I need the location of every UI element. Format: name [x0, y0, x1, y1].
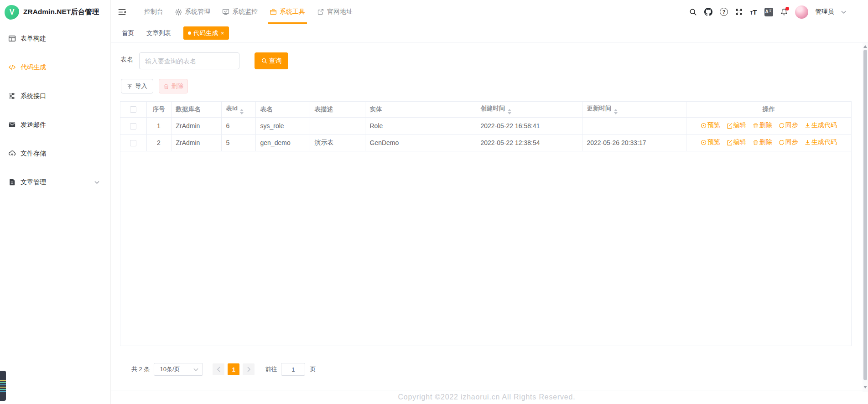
chevron-down-icon: [193, 368, 198, 371]
tabbar: 首页 文章列表 代码生成 ×: [111, 24, 868, 42]
sidebar-item-article-mgmt[interactable]: 文章管理: [0, 168, 110, 197]
generate-code-link[interactable]: 生成代码: [805, 138, 837, 146]
footer: Copyright ©2022 izhaorui.cn All Rights R…: [111, 390, 863, 404]
sidebar-collapse-icon[interactable]: [118, 8, 126, 16]
preview-link[interactable]: 预览: [701, 138, 720, 146]
pagination: 共 2 条 10条/页 1 前往 页: [120, 363, 316, 376]
sidebar-item-file-storage[interactable]: 文件存储: [0, 139, 110, 168]
tab-article-list[interactable]: 文章列表: [146, 29, 171, 37]
delete-link[interactable]: 删除: [753, 121, 772, 129]
table-name-input[interactable]: [139, 52, 239, 69]
action-label: 生成代码: [811, 138, 837, 146]
sliders-icon: [8, 92, 16, 100]
data-table: 序号 数据库名 表id 表名 表描述 实体 创建时间 更新时间 操作 1 ZrA…: [120, 101, 852, 346]
translate-icon[interactable]: A文: [764, 8, 773, 16]
col-entity: 实体: [365, 102, 476, 117]
goto-label: 前往: [265, 365, 277, 373]
user-name[interactable]: 管理员: [816, 8, 834, 16]
scrollbar-thumb[interactable]: [863, 50, 867, 380]
top-header: 控制台 系统管理 系统监控 系统工具 官网地址: [111, 0, 868, 24]
nav-item-official-site[interactable]: 官网地址: [311, 0, 359, 24]
vertical-scrollbar[interactable]: [863, 43, 868, 392]
nav-item-system-mgmt[interactable]: 系统管理: [169, 0, 216, 24]
cell-updated: [582, 117, 686, 134]
sync-link[interactable]: 同步: [779, 138, 798, 146]
header-actions: ? TT A文 管理员: [689, 5, 868, 19]
app-logo-row[interactable]: V ZRAdmin.NET后台管理: [0, 0, 110, 24]
nav-item-label: 控制台: [144, 8, 163, 16]
goto-page-input[interactable]: [281, 363, 305, 376]
prev-page-button[interactable]: [213, 363, 224, 375]
col-desc: 表描述: [310, 102, 365, 117]
import-button-label: 导入: [135, 82, 147, 90]
table-row: 1 ZrAdmin 6 sys_role Role 2022-05-22 16:…: [120, 117, 851, 134]
tab-close-icon[interactable]: ×: [221, 30, 224, 36]
sidebar-item-system-api[interactable]: 系统接口: [0, 82, 110, 110]
cell-desc: [310, 117, 365, 134]
generate-code-link[interactable]: 生成代码: [805, 121, 837, 129]
search-icon[interactable]: [689, 8, 697, 16]
row-checkbox[interactable]: [130, 140, 136, 146]
cell-created: 2022-05-22 12:38:54: [476, 134, 582, 151]
sidebar-item-label: 文章管理: [21, 178, 46, 186]
edit-link[interactable]: 编辑: [727, 121, 746, 129]
user-chevron-down-icon[interactable]: [841, 10, 846, 14]
tab-code-gen[interactable]: 代码生成 ×: [183, 26, 229, 40]
view-icon: [701, 123, 707, 129]
sidebar-item-send-mail[interactable]: 发送邮件: [0, 110, 110, 139]
help-icon[interactable]: ?: [720, 8, 728, 16]
search-icon: [261, 58, 267, 64]
help-glyph: ?: [722, 9, 726, 15]
sidebar-item-form-builder[interactable]: 表单构建: [0, 24, 110, 53]
sync-icon: [779, 140, 785, 145]
row-checkbox[interactable]: [130, 123, 136, 129]
trash-icon: [163, 83, 169, 89]
font-size-icon[interactable]: TT: [750, 9, 757, 16]
import-button[interactable]: 导入: [121, 79, 153, 93]
view-icon: [701, 140, 707, 145]
monitor-icon: [222, 8, 229, 16]
cell-db: ZrAdmin: [171, 117, 221, 134]
edit-icon: [727, 123, 733, 129]
avatar[interactable]: [795, 5, 808, 19]
query-button[interactable]: 查询: [255, 52, 288, 69]
sort-carets-icon[interactable]: [240, 109, 244, 114]
fullscreen-icon[interactable]: [735, 8, 743, 16]
bell-icon[interactable]: [780, 8, 788, 16]
page-size-select[interactable]: 10条/页: [154, 363, 203, 376]
scroll-up-arrow[interactable]: [863, 45, 867, 48]
sync-link[interactable]: 同步: [779, 121, 798, 129]
nav-item-console[interactable]: 控制台: [138, 0, 169, 24]
code-snippet-widget[interactable]: [0, 371, 6, 401]
sort-carets-icon[interactable]: [508, 109, 511, 114]
tab-label: 文章列表: [146, 29, 171, 37]
action-label: 同步: [785, 121, 798, 129]
select-all-cell: [120, 102, 146, 117]
col-updated[interactable]: 更新时间: [582, 102, 686, 117]
delete-button[interactable]: 删除: [159, 79, 188, 93]
translate-glyph: A: [765, 10, 768, 14]
col-label: 创建时间: [481, 105, 505, 112]
preview-link[interactable]: 预览: [701, 121, 720, 129]
select-all-checkbox[interactable]: [130, 106, 136, 113]
font-size-large-glyph: T: [753, 9, 757, 16]
scroll-down-arrow[interactable]: [863, 386, 867, 388]
delete-link[interactable]: 删除: [753, 138, 772, 146]
sort-carets-icon[interactable]: [614, 109, 618, 114]
download-icon: [805, 140, 811, 145]
nav-item-system-monitor[interactable]: 系统监控: [216, 0, 264, 24]
sidebar-item-code-gen[interactable]: 代码生成: [0, 53, 110, 82]
github-icon[interactable]: [704, 8, 712, 16]
delete-button-label: 删除: [172, 82, 184, 90]
col-created[interactable]: 创建时间: [476, 102, 582, 117]
nav-item-system-tools[interactable]: 系统工具: [264, 0, 311, 24]
app-logo: V: [5, 5, 19, 20]
action-label: 预览: [707, 121, 720, 129]
next-page-button[interactable]: [243, 363, 255, 375]
col-table-id[interactable]: 表id: [221, 102, 255, 117]
edit-link[interactable]: 编辑: [727, 138, 746, 146]
current-page-button[interactable]: 1: [228, 363, 239, 375]
nav-item-label: 官网地址: [327, 8, 353, 16]
tab-home[interactable]: 首页: [122, 29, 134, 37]
upload-icon: [127, 83, 133, 89]
